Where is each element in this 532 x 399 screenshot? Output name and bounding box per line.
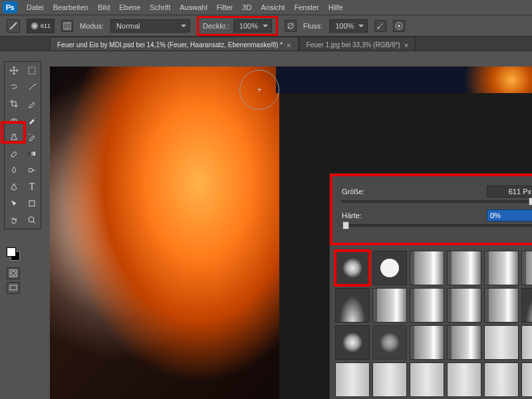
hand-tool-icon[interactable] — [5, 212, 23, 228]
history-brush-tool-icon[interactable] — [23, 129, 41, 145]
brush-size-label: Größe: — [342, 188, 364, 196]
tablet-size-icon[interactable] — [393, 20, 405, 32]
brush-hardness-label: Härte: — [342, 211, 362, 219]
brush-preset[interactable] — [521, 251, 532, 285]
brush-preset[interactable] — [484, 288, 519, 323]
brush-preset[interactable] — [447, 251, 481, 285]
path-select-tool-icon[interactable] — [5, 196, 23, 211]
screenmode-toggle-icon[interactable] — [7, 282, 20, 294]
brush-preset-airbrush[interactable]: 50 — [447, 362, 481, 397]
blend-mode-label: Modus: — [80, 22, 104, 30]
menu-help[interactable]: Hilfe — [329, 3, 343, 11]
brush-preset-fan[interactable] — [521, 288, 532, 323]
brush-hardness-value[interactable]: 0% — [487, 209, 532, 221]
tools-panel: T — [4, 61, 41, 229]
opacity-group-highlight: Deckkr.: 100% — [197, 16, 278, 36]
brush-panel-toggle-icon[interactable] — [61, 20, 73, 32]
brush-preset-soft-round[interactable] — [372, 325, 407, 360]
close-icon[interactable]: × — [287, 41, 291, 49]
brush-dot-icon — [31, 22, 39, 30]
heal-tool-icon[interactable] — [5, 112, 23, 128]
shape-tool-icon[interactable] — [23, 196, 41, 211]
color-swatches[interactable] — [7, 247, 20, 261]
menu-layer[interactable]: Ebene — [119, 3, 140, 11]
flow-dropdown[interactable]: 100% — [329, 19, 368, 33]
svg-point-10 — [29, 217, 34, 222]
eyedropper-tool-icon[interactable] — [23, 96, 41, 112]
menu-type[interactable]: Schrift — [150, 3, 170, 11]
svg-rect-13 — [10, 285, 17, 290]
close-icon[interactable]: × — [404, 41, 408, 49]
blend-mode-value: Normal — [116, 22, 140, 30]
zoom-tool-icon[interactable] — [23, 212, 41, 228]
blur-tool-icon[interactable] — [5, 162, 23, 178]
canvas-area[interactable]: + Größe: 611 Px Härte: 0% — [50, 66, 532, 399]
brush-size-preview[interactable]: 611 — [27, 19, 55, 33]
menu-window[interactable]: Fenster — [294, 3, 319, 11]
blend-mode-dropdown[interactable]: Normal — [110, 19, 190, 33]
brush-preset-grid: 25 50 25 50 25 — [330, 245, 532, 399]
brush-preset-airbrush[interactable]: 50 — [372, 362, 407, 397]
menu-image[interactable]: Bild — [98, 3, 110, 11]
brush-preset[interactable] — [410, 325, 444, 360]
gradient-tool-icon[interactable] — [23, 146, 41, 162]
brush-preset[interactable] — [484, 251, 519, 285]
stamp-tool-icon[interactable] — [5, 129, 23, 145]
brush-preset[interactable] — [410, 288, 444, 323]
slider-thumb-icon[interactable] — [342, 221, 349, 229]
document-tab-inactive[interactable]: Feuer 1.jpg bei 33,3% (RGB/8*) × — [299, 37, 416, 51]
brush-tool-icon[interactable] — [23, 112, 41, 128]
slider-thumb-icon[interactable] — [529, 198, 532, 205]
airbrush-toggle-icon[interactable] — [374, 20, 386, 32]
brush-cursor-icon: + — [239, 70, 279, 110]
options-bar: 611 Modus: Normal Deckkr.: 100% Fluss: 1… — [0, 15, 532, 37]
type-tool-icon[interactable]: T — [23, 179, 41, 195]
brush-hardness-slider[interactable] — [342, 224, 532, 227]
brush-preset[interactable] — [447, 288, 481, 323]
document-tab-inactive-title: Feuer 1.jpg bei 33,3% (RGB/8*) — [307, 41, 400, 49]
brush-preset-hard-round[interactable] — [372, 251, 407, 285]
brush-preset-airbrush[interactable] — [335, 362, 370, 397]
brush-size-slider[interactable] — [342, 200, 532, 203]
eraser-tool-icon[interactable] — [5, 146, 23, 162]
menu-3d[interactable]: 3D — [242, 3, 251, 11]
wand-tool-icon[interactable] — [23, 79, 41, 95]
brush-preset-airbrush[interactable] — [521, 362, 532, 397]
svg-rect-9 — [29, 201, 35, 206]
brush-preset-soft-round[interactable] — [335, 325, 370, 360]
pen-tool-icon[interactable] — [5, 179, 23, 195]
dodge-tool-icon[interactable] — [23, 162, 41, 178]
menu-select[interactable]: Auswahl — [180, 3, 207, 11]
brush-preset-airbrush[interactable]: 25 — [484, 362, 519, 397]
document-tab-bar: Feuer und Eis by MDI.psd bei 14,1% (Feue… — [0, 37, 532, 51]
brush-preset-airbrush[interactable]: 25 — [410, 362, 444, 397]
brush-preset-airbrush[interactable]: 25 — [521, 325, 532, 360]
opacity-dropdown[interactable]: 100% — [233, 19, 272, 33]
brush-preset-fan[interactable] — [335, 288, 370, 323]
document-tab-active[interactable]: Feuer und Eis by MDI.psd bei 14,1% (Feue… — [50, 37, 299, 51]
brush-preset[interactable] — [372, 288, 407, 323]
brush-preset-soft-round[interactable] — [335, 251, 370, 285]
brush-size-value[interactable]: 611 Px — [487, 186, 532, 198]
menu-file[interactable]: Datei — [27, 3, 44, 11]
menu-bar: Ps Datei Bearbeiten Bild Ebene Schrift A… — [0, 0, 532, 15]
crop-tool-icon[interactable] — [5, 96, 23, 112]
menu-filter[interactable]: Filter — [217, 3, 233, 11]
menu-edit[interactable]: Bearbeiten — [53, 3, 88, 11]
brush-preset[interactable] — [447, 325, 481, 360]
svg-rect-5 — [29, 67, 35, 74]
marquee-tool-icon[interactable] — [23, 63, 41, 78]
brush-preset[interactable] — [410, 251, 444, 285]
menu-view[interactable]: Ansicht — [261, 3, 285, 11]
lasso-tool-icon[interactable] — [5, 79, 23, 95]
brush-settings-highlight: Größe: 611 Px Härte: 0% — [330, 174, 532, 245]
foreground-color-swatch[interactable] — [7, 247, 16, 257]
quickmask-toggle-icon[interactable] — [7, 267, 20, 279]
brush-preset-airbrush[interactable] — [484, 325, 519, 360]
move-tool-icon[interactable] — [5, 63, 23, 78]
svg-point-4 — [398, 25, 400, 27]
svg-rect-7 — [29, 152, 35, 156]
brush-size-number: 611 — [41, 23, 51, 29]
tablet-opacity-icon[interactable] — [285, 20, 297, 32]
tool-preset-icon[interactable] — [7, 19, 20, 33]
